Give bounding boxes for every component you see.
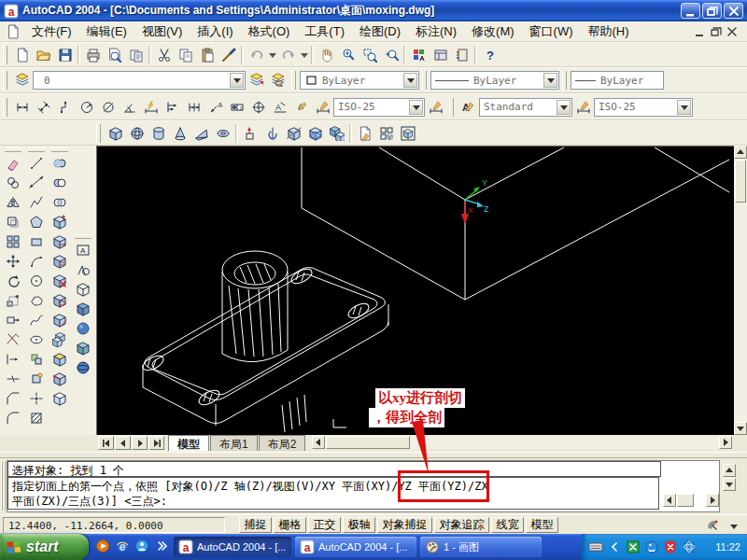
- insert-block-button[interactable]: [26, 349, 47, 369]
- tray-network-globe-icon[interactable]: [682, 539, 697, 554]
- dim-style-edit-button[interactable]: [572, 96, 594, 118]
- toolbar-grip[interactable]: [449, 98, 454, 117]
- interfere-button[interactable]: [326, 122, 347, 144]
- toolbar-grip[interactable]: [51, 147, 68, 152]
- cone-button[interactable]: [169, 122, 190, 144]
- scroll-right-button[interactable]: [719, 436, 732, 449]
- stretch-button[interactable]: [3, 310, 23, 329]
- mdi-minimize-button[interactable]: [692, 24, 708, 38]
- task-autocad-2[interactable]: aAutoCAD 2004 - [...: [295, 537, 416, 557]
- delete-faces-button[interactable]: [49, 271, 70, 290]
- dimension-text-edit-button[interactable]: A: [290, 96, 312, 118]
- quicklaunch-media-player[interactable]: [95, 539, 110, 553]
- setup-drawing-button[interactable]: [354, 122, 375, 144]
- box-button[interactable]: [105, 122, 126, 144]
- imprint-button[interactable]: [49, 369, 70, 388]
- command-window-splitter[interactable]: [0, 452, 747, 458]
- menu-edit[interactable]: 编辑(E): [79, 21, 134, 42]
- offset-faces-button[interactable]: [49, 251, 70, 271]
- canvas-vertical-scrollbar[interactable]: [734, 146, 747, 435]
- 3d-wireframe-button[interactable]: [73, 259, 93, 279]
- rectangle-button[interactable]: [26, 231, 47, 251]
- menu-file[interactable]: 文件(F): [24, 21, 79, 42]
- toolbar-grip[interactable]: [28, 147, 45, 152]
- 2d-wireframe-button[interactable]: A: [73, 240, 93, 259]
- minimize-button[interactable]: [681, 3, 700, 19]
- menu-format[interactable]: 格式(O): [241, 21, 298, 42]
- chamfer-button[interactable]: [3, 388, 23, 408]
- pan-realtime-button[interactable]: [316, 44, 337, 65]
- undo-flyout[interactable]: [267, 44, 277, 65]
- extrude-faces-button[interactable]: [49, 212, 70, 231]
- color-combo-arrow[interactable]: [403, 73, 417, 88]
- break-button[interactable]: [3, 369, 23, 388]
- trim-button[interactable]: [3, 329, 23, 349]
- grid-toggle[interactable]: 栅格: [274, 517, 306, 533]
- section-button[interactable]: [304, 122, 326, 144]
- intersect-button[interactable]: [49, 192, 70, 212]
- linear-dimension-button[interactable]: [11, 96, 33, 118]
- linetype-control-combo[interactable]: ByLayer: [430, 71, 559, 90]
- zoom-window-button[interactable]: [359, 44, 380, 65]
- baseline-dimension-button[interactable]: [162, 96, 183, 118]
- dimension-edit-button[interactable]: A: [269, 96, 290, 118]
- center-mark-button[interactable]: [247, 96, 269, 118]
- quicklaunch-messenger[interactable]: [134, 539, 149, 553]
- array-button[interactable]: [3, 231, 23, 251]
- fillet-button[interactable]: [3, 408, 23, 427]
- text-style-button[interactable]: A: [458, 96, 479, 118]
- start-button[interactable]: start: [0, 534, 89, 560]
- otrack-toggle[interactable]: 对象追踪: [434, 517, 489, 533]
- flat-shaded-edges-button[interactable]: [73, 338, 93, 357]
- new-button[interactable]: [11, 44, 33, 65]
- subtract-button[interactable]: [49, 173, 70, 192]
- linetype-combo-arrow[interactable]: [543, 73, 557, 88]
- extrude-button[interactable]: [240, 122, 261, 144]
- command-scroll-up-button[interactable]: [723, 464, 736, 477]
- paste-button[interactable]: [196, 44, 218, 65]
- make-block-button[interactable]: [26, 369, 47, 388]
- task-paint[interactable]: 1 - 画图: [420, 537, 542, 557]
- tab-last-button[interactable]: [148, 436, 164, 450]
- polar-toggle[interactable]: 极轴: [343, 517, 375, 533]
- point-button[interactable]: [26, 388, 47, 408]
- aligned-dimension-button[interactable]: [33, 96, 54, 118]
- ellipse-button[interactable]: [26, 329, 47, 349]
- layer-previous-button[interactable]: [267, 70, 289, 91]
- toolbar-grip[interactable]: [291, 71, 296, 90]
- tab-next-button[interactable]: [132, 436, 148, 450]
- quick-leader-button[interactable]: A: [204, 96, 226, 118]
- command-scroll-left-button[interactable]: [663, 494, 676, 507]
- offset-button[interactable]: [3, 212, 23, 231]
- command-scroll-right-button[interactable]: [706, 494, 719, 507]
- cut-button[interactable]: [153, 44, 175, 65]
- cylinder-button[interactable]: [148, 122, 169, 144]
- shell-button[interactable]: [49, 388, 70, 408]
- dim-style-combo[interactable]: ISO-25: [333, 98, 425, 117]
- quicklaunch-ie[interactable]: e: [115, 539, 130, 553]
- scroll-down-button[interactable]: [734, 422, 747, 435]
- mdi-restore-button[interactable]: [708, 24, 724, 38]
- layer-combo[interactable]: 0: [33, 71, 246, 90]
- toolbar-grip[interactable]: [5, 147, 21, 152]
- toolbar-grip[interactable]: [3, 71, 7, 90]
- plot-button[interactable]: [82, 44, 104, 65]
- gouraud-shaded-button[interactable]: [73, 318, 93, 338]
- flat-shaded-button[interactable]: [73, 299, 93, 318]
- tab-first-button[interactable]: [98, 436, 114, 450]
- move-faces-button[interactable]: [49, 231, 70, 251]
- tray-keyboard-icon[interactable]: [588, 539, 603, 554]
- designcenter-button[interactable]: [430, 44, 451, 65]
- gouraud-shaded-edges-button[interactable]: [73, 357, 93, 377]
- polyline-button[interactable]: [26, 192, 47, 212]
- revolve-button[interactable]: [261, 122, 283, 144]
- extend-button[interactable]: [3, 349, 23, 369]
- radius-dimension-button[interactable]: [76, 96, 97, 118]
- command-scroll-thumb[interactable]: [677, 494, 694, 507]
- save-button[interactable]: [54, 44, 76, 65]
- torus-button[interactable]: [212, 122, 233, 144]
- tab-model[interactable]: 模型: [168, 435, 209, 451]
- scroll-thumb[interactable]: [326, 436, 410, 449]
- hatch-button[interactable]: [26, 408, 47, 427]
- mirror-button[interactable]: [3, 192, 23, 212]
